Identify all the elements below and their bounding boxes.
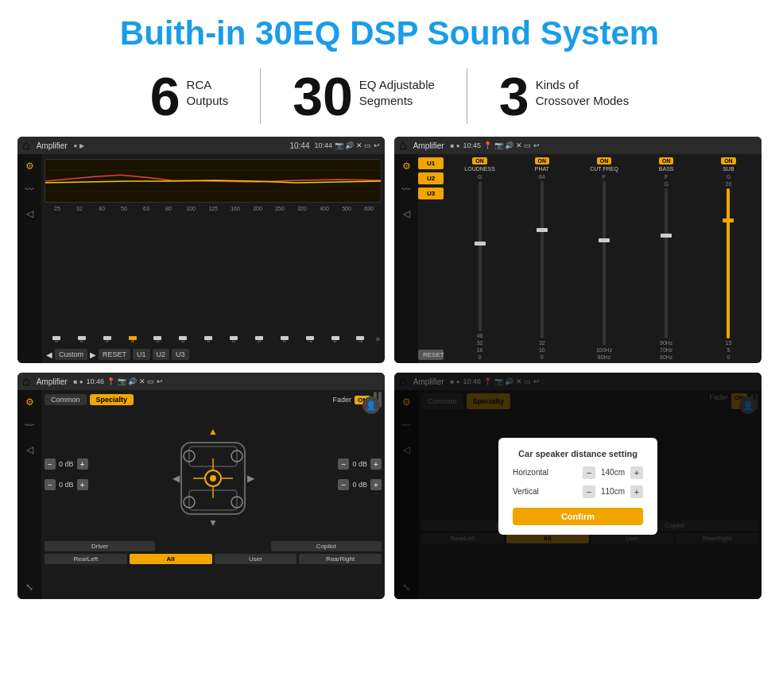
- sliders-row: 0 0 0: [45, 214, 382, 346]
- reset-btn-amp[interactable]: RESET: [418, 350, 444, 360]
- eq-icon-3[interactable]: ⚙: [25, 396, 34, 408]
- common-tab[interactable]: Common: [45, 394, 87, 405]
- toggle-row: ON LOUDNESS ON PHAT ON CUT FREQ ON: [450, 157, 758, 172]
- slider-6[interactable]: 0: [171, 336, 195, 343]
- stat-cross-text: Kinds of Crossover Modes: [536, 69, 630, 108]
- speaker-icon-3[interactable]: ◁: [26, 444, 33, 455]
- wave-icon-2[interactable]: 〰: [401, 184, 411, 195]
- slider-11[interactable]: -1: [298, 336, 322, 343]
- spk-right-1-plus[interactable]: +: [370, 458, 382, 470]
- spk-right-2: − 0 dB +: [338, 479, 382, 490]
- svg-text:▶: ▶: [247, 473, 255, 484]
- spk-right-2-plus[interactable]: +: [370, 479, 382, 490]
- eq-graph: [45, 159, 382, 203]
- spk-left-2-val: 0 dB: [59, 481, 74, 489]
- fader-label: Fader: [332, 396, 351, 404]
- horizontal-controls: − 140cm +: [583, 466, 643, 479]
- horizontal-row: Horizontal − 140cm +: [513, 466, 643, 479]
- home-icon[interactable]: ⌂: [22, 138, 30, 153]
- slider-3[interactable]: 0: [95, 336, 119, 343]
- wave-icon-3[interactable]: 〰: [25, 420, 34, 431]
- slider-4[interactable]: 5: [121, 336, 145, 343]
- user-profile-icon[interactable]: 👤: [362, 396, 380, 414]
- home-icon-3[interactable]: ⌂: [22, 374, 30, 389]
- screen-amp: ⌂ Amplifier ■ ● 10:45 📍 📷 🔊 ✕ ▭ ↩ ⚙ 〰 ◁ …: [394, 137, 762, 363]
- sub-toggle[interactable]: ON: [721, 157, 736, 164]
- cutfreq-toggle[interactable]: ON: [597, 157, 612, 164]
- phat-toggle[interactable]: ON: [535, 157, 550, 164]
- vertical-row: Vertical − 110cm +: [513, 485, 643, 498]
- speaker-icon-2[interactable]: ◁: [403, 208, 410, 219]
- confirm-button[interactable]: Confirm: [513, 508, 643, 525]
- slider-5[interactable]: 0: [146, 336, 170, 343]
- slider-1[interactable]: 0: [45, 336, 68, 343]
- horizontal-plus[interactable]: +: [630, 466, 643, 479]
- horizontal-val: 140cm: [599, 468, 627, 477]
- next-arrow[interactable]: ▶: [90, 350, 96, 359]
- slider-10[interactable]: 0: [273, 336, 296, 343]
- screen-dialog: ⌂ Amplifier ■ ● 10:46 📍 📷 🔊 ✕ ▭ ↩ ⚙ 〰 ◁ …: [394, 373, 762, 599]
- screen2-icons: 10:45 📍 📷 🔊 ✕ ▭ ↩: [463, 141, 539, 149]
- screen3-icons: 10:46 📍 📷 🔊 ✕ ▭ ↩: [86, 377, 162, 385]
- spk-right-1-minus[interactable]: −: [338, 458, 349, 470]
- slider-13[interactable]: -1: [349, 336, 373, 343]
- screen2-side-icons: ⚙ 〰 ◁: [394, 154, 418, 363]
- wave-icon[interactable]: 〰: [25, 184, 34, 195]
- screen1-dots: ● ▶: [74, 142, 84, 149]
- screen1-title: Amplifier: [37, 141, 68, 150]
- slider-12[interactable]: 0: [324, 336, 347, 343]
- eq-icon[interactable]: ⚙: [25, 160, 34, 172]
- spk-left-2-minus[interactable]: −: [45, 479, 56, 490]
- screens-grid: ⌂ Amplifier ● ▶ 10:44 10:44 📷 🔊 ✕ ▭ ↩ ⚙ …: [0, 137, 779, 599]
- u1-btn[interactable]: U1: [133, 349, 150, 360]
- preset-u3[interactable]: U3: [418, 188, 444, 199]
- spk-left-2-plus[interactable]: +: [77, 479, 88, 490]
- speaker-icon[interactable]: ◁: [26, 208, 33, 219]
- dialog-overlay: Car speaker distance setting Horizontal …: [394, 373, 762, 599]
- spk-right-2-minus[interactable]: −: [338, 479, 349, 490]
- screen3-dots: ■ ●: [74, 378, 83, 385]
- screen3-side-icons: ⚙ 〰 ◁ ⤡: [17, 390, 41, 599]
- amp-controls-area: ON LOUDNESS ON PHAT ON CUT FREQ ON: [450, 157, 758, 360]
- eq-icon-2[interactable]: ⚙: [402, 160, 411, 172]
- loudness-toggle[interactable]: ON: [472, 157, 487, 164]
- bass-toggle[interactable]: ON: [659, 157, 674, 164]
- driver-btn[interactable]: Driver: [45, 541, 155, 551]
- rearright-btn[interactable]: RearRight: [299, 554, 382, 564]
- stat-eq: 30 EQ Adjustable Segments: [261, 69, 467, 123]
- slider-9[interactable]: 0: [247, 336, 271, 343]
- right-speakers: − 0 dB + − 0 dB +: [338, 458, 382, 490]
- u3-btn[interactable]: U3: [172, 349, 189, 360]
- vertical-controls: − 110cm +: [583, 485, 643, 498]
- slider-8[interactable]: 0: [222, 336, 246, 343]
- spk-left-1-minus[interactable]: −: [45, 458, 56, 470]
- spk-right-1: − 0 dB +: [338, 458, 382, 470]
- screen3-inner: Common Specialty Fader ON − 0 dB: [41, 390, 385, 599]
- slider-7[interactable]: 0: [196, 336, 220, 343]
- stat-rca: 6 RCA Outputs: [118, 69, 260, 123]
- prev-arrow[interactable]: ◀: [46, 350, 52, 359]
- vertical-minus[interactable]: −: [583, 485, 595, 498]
- preset-u2[interactable]: U2: [418, 172, 444, 184]
- u2-btn[interactable]: U2: [153, 349, 170, 360]
- reset-btn-eq[interactable]: RESET: [99, 349, 130, 360]
- loudness-slider: G 48 32 16 0: [450, 174, 510, 360]
- copilot-btn[interactable]: Copilot: [271, 541, 382, 551]
- vertical-plus[interactable]: +: [630, 485, 643, 498]
- rearleft-btn[interactable]: RearLeft: [45, 554, 127, 564]
- preset-u1[interactable]: U1: [418, 157, 444, 169]
- horizontal-minus[interactable]: −: [583, 466, 595, 479]
- horizontal-label: Horizontal: [513, 468, 548, 477]
- page-title: Buith-in 30EQ DSP Sound System: [0, 0, 779, 60]
- home-icon-2[interactable]: ⌂: [399, 138, 407, 153]
- spk-left-1: − 0 dB +: [45, 458, 88, 470]
- user-btn[interactable]: User: [215, 554, 297, 564]
- custom-btn[interactable]: Custom: [55, 349, 87, 360]
- all-btn[interactable]: All: [130, 554, 212, 564]
- specialty-tab[interactable]: Specialty: [90, 394, 134, 405]
- eq-bottom-bar: ◀ Custom ▶ RESET U1 U2 U3: [45, 346, 382, 360]
- spk-left-1-plus[interactable]: +: [77, 458, 88, 470]
- expand-icon-3[interactable]: ⤡: [25, 582, 33, 593]
- slider-2[interactable]: 0: [70, 336, 94, 343]
- freq-labels: 25 32 40 50 63 80 100 125 160 200 250 32…: [45, 206, 382, 211]
